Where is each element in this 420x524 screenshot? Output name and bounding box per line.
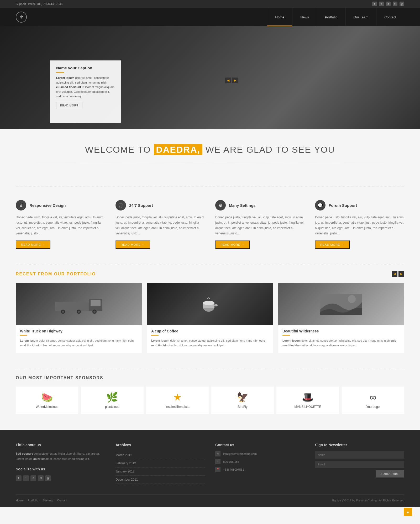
feature-btn-1[interactable]: READ MORE → bbox=[116, 240, 150, 249]
nav-news[interactable]: News bbox=[292, 8, 317, 26]
phone-contact-icon: 📞 bbox=[215, 459, 220, 464]
address-contact-icon: 📍 bbox=[215, 467, 220, 472]
footer-facebook-icon[interactable]: f bbox=[16, 475, 22, 481]
sponsors-divider bbox=[16, 369, 404, 369]
welcome-heading: WELCOME TO DAEDRA, WE ARE GLAD TO SEE YO… bbox=[16, 145, 404, 155]
footer-delicious-icon[interactable]: dl bbox=[38, 475, 44, 481]
nav-contact[interactable]: Contact bbox=[376, 8, 404, 26]
sponsor-plantcloud[interactable]: 🌿 plantcloud bbox=[81, 387, 143, 414]
svg-point-4 bbox=[62, 311, 64, 313]
welcome-section: WELCOME TO DAEDRA, WE ARE GLAD TO SEE YO… bbox=[0, 129, 420, 187]
sponsor-watermelocious[interactable]: 🍉 WaterMelocious bbox=[16, 387, 78, 414]
portfolio-item-text-0: Lorem ipsum dolor sit amet, conse ctetue… bbox=[20, 338, 138, 348]
newsletter-subscribe-button[interactable]: SUBSCRIBE bbox=[376, 470, 404, 477]
footer-archives-col: Archives March 2012 February 2012 Januar… bbox=[116, 443, 205, 484]
hotline-text: Support Hotline: (86) 7858 438 7648 bbox=[16, 2, 62, 6]
footer-contact-title: Contact us bbox=[215, 443, 304, 447]
forum-icon: 💬 bbox=[315, 200, 326, 210]
newsletter-email-input[interactable] bbox=[315, 461, 404, 468]
main-nav: Home News Portfolio Our Team Contact bbox=[267, 8, 404, 26]
svg-rect-0 bbox=[55, 302, 89, 311]
portfolio-title-highlight: PORTFOLIO bbox=[67, 272, 96, 276]
feature-btn-2[interactable]: READ MORE → bbox=[215, 240, 250, 249]
portfolio-nav: ◀ ▶ bbox=[392, 271, 404, 277]
hero-read-more-button[interactable]: READ MORE bbox=[56, 102, 82, 109]
hero-caption-line bbox=[56, 72, 64, 73]
svg-point-8 bbox=[93, 311, 96, 313]
hero-caption: Name your Caption Lorem ipsum dolor sit … bbox=[50, 60, 121, 123]
archive-item-2[interactable]: January 2012 bbox=[116, 468, 205, 476]
portfolio-top-divider bbox=[16, 265, 404, 265]
logo[interactable]: ⚜ bbox=[16, 12, 27, 23]
email-contact-icon: ✉ bbox=[215, 451, 220, 456]
hero-prev-button[interactable]: ◀ bbox=[225, 78, 231, 83]
hero-next-button[interactable]: ▶ bbox=[232, 78, 238, 83]
sponsor-icon-1: 🌿 bbox=[106, 392, 118, 403]
portfolio-accent-line-0 bbox=[20, 335, 27, 336]
hero-nav: ◀ ▶ bbox=[180, 78, 238, 83]
feature-title-3: Forum Support bbox=[329, 203, 357, 208]
contact-phone: 800 756 156 bbox=[223, 460, 239, 463]
contact-phone-item: 📞 800 756 156 bbox=[215, 459, 304, 464]
sponsors-grid: 🍉 WaterMelocious 🌿 plantcloud ★ Inspired… bbox=[16, 387, 404, 414]
portfolio-section-header: RECENT FROM OUR PORTFOLIO ◀ ▶ bbox=[16, 271, 404, 277]
sponsor-name-3: BirdFly bbox=[238, 405, 247, 409]
newsletter-name-input[interactable] bbox=[315, 451, 404, 459]
archive-item-3[interactable]: December 2011 bbox=[116, 476, 205, 484]
svg-point-6 bbox=[78, 311, 80, 313]
feature-text-2: Donec pede justo, fringilla vel, ali, vu… bbox=[215, 215, 304, 236]
footer-twitter-icon[interactable]: t bbox=[23, 475, 29, 481]
portfolio-item-text-1: Lorem ipsum dolor sit amet, conse ctetue… bbox=[151, 338, 269, 348]
sponsor-icon-2: ★ bbox=[173, 392, 182, 403]
footer-socialize-title: Socialize with us bbox=[16, 467, 105, 471]
footer-link-home[interactable]: Home bbox=[16, 499, 23, 502]
twitter-icon[interactable]: t bbox=[379, 2, 384, 6]
archive-item-0[interactable]: March 2012 bbox=[116, 451, 205, 459]
nav-home[interactable]: Home bbox=[267, 8, 292, 26]
nav-portfolio[interactable]: Portfolio bbox=[317, 8, 346, 26]
sponsor-inspiredtemplate[interactable]: ★ InspiredTemplate bbox=[146, 387, 209, 414]
footer-link-portfolio[interactable]: Portfolio bbox=[28, 499, 38, 502]
portfolio-accent-line-2 bbox=[282, 335, 290, 336]
facebook-icon[interactable]: f bbox=[372, 2, 377, 6]
sponsor-yourlogo[interactable]: ∞ YourLogo bbox=[342, 387, 404, 414]
footer-about-title: Little about us bbox=[16, 443, 105, 447]
footer-dribbble-icon[interactable]: d bbox=[30, 475, 36, 481]
portfolio-item-text-2: Lorem ipsum dolor sit amet, conse ctetue… bbox=[282, 338, 400, 348]
portfolio-item-title-2: Beautiful Wilderness bbox=[282, 329, 400, 333]
header: ⚜ Home News Portfolio Our Team Contact bbox=[0, 8, 420, 26]
sponsor-name-4: MANSILHOUETTE bbox=[294, 405, 321, 409]
portfolio-info-1: A cup of Coffee Lorem ipsum dolor sit am… bbox=[147, 325, 273, 353]
footer-newsletter-col: Sign to Newsletter SUBSCRIBE bbox=[315, 443, 404, 484]
dribbble-icon[interactable]: d bbox=[386, 2, 391, 6]
sponsor-name-5: YourLogo bbox=[366, 405, 380, 409]
footer-link-sitemap[interactable]: Sitemap bbox=[43, 499, 53, 502]
sponsor-mansilhouette[interactable]: 🎩 MANSILHOUETTE bbox=[276, 387, 339, 414]
sponsor-name-2: InspiredTemplate bbox=[165, 405, 189, 409]
responsive-icon: 🖥 bbox=[16, 200, 26, 210]
feature-btn-3[interactable]: READ MORE → bbox=[315, 240, 350, 249]
hero-caption-body: Lorem ipsum dolor sit amet, consectetur … bbox=[56, 76, 114, 99]
delicious-icon[interactable]: dl bbox=[393, 2, 397, 6]
hero-caption-title: Name your Caption bbox=[56, 66, 114, 70]
portfolio-prev-button[interactable]: ◀ bbox=[392, 271, 397, 277]
feature-btn-0[interactable]: READ MORE → bbox=[16, 240, 50, 249]
portfolio-next-button[interactable]: ▶ bbox=[398, 271, 404, 277]
wilderness-svg bbox=[320, 294, 362, 315]
sponsor-birdfly[interactable]: 🦅 BirdFly bbox=[211, 387, 274, 414]
nav-our-team[interactable]: Our Team bbox=[345, 8, 376, 26]
sponsor-icon-4: 🎩 bbox=[302, 392, 314, 403]
footer-link-contact[interactable]: Contact bbox=[57, 499, 67, 502]
portfolio-image-wilderness bbox=[278, 283, 404, 325]
portfolio-info-2: Beautiful Wilderness Lorem ipsum dolor s… bbox=[278, 325, 404, 353]
svg-rect-12 bbox=[214, 304, 218, 306]
feature-header-0: 🖥 Responsive Design bbox=[16, 200, 105, 210]
footer-bottom-links: Home Portfolio Sitemap Contact bbox=[16, 499, 67, 502]
svg-point-11 bbox=[203, 301, 214, 305]
portfolio-image-truck bbox=[16, 283, 142, 325]
footer-email-icon[interactable]: @ bbox=[45, 475, 51, 481]
archive-item-1[interactable]: February 2012 bbox=[116, 459, 205, 468]
feature-settings: ⚙ Many Settings Donec pede justo, fringi… bbox=[215, 200, 304, 249]
email-icon[interactable]: @ bbox=[400, 2, 404, 6]
footer-about-col: Little about us Sed posuere consectetur … bbox=[16, 443, 105, 484]
